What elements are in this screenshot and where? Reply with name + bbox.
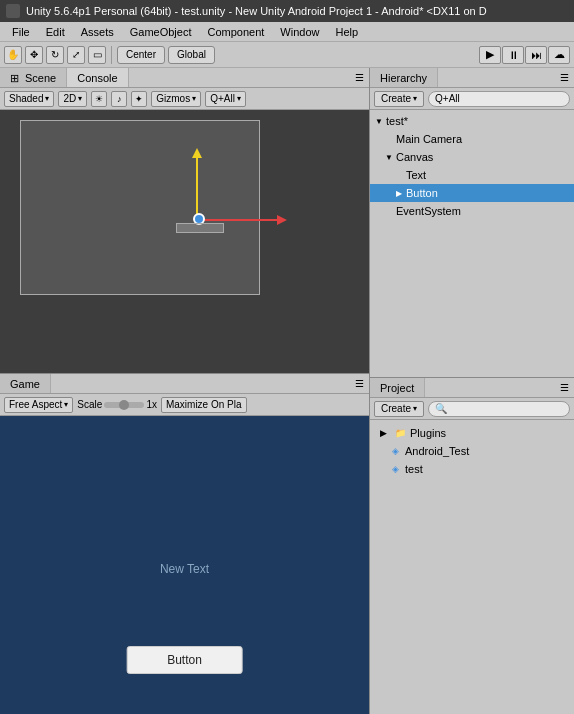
game-toolbar: Free Aspect Scale 1x Maximize On Pla xyxy=(0,394,369,416)
scene-panel: ⊞ Scene Console ☰ Shaded 2D ☀ ♪ ✦ xyxy=(0,68,369,374)
hierarchy-tab-bar: Hierarchy ☰ xyxy=(370,68,574,88)
rect-tool-button[interactable]: ▭ xyxy=(88,46,106,64)
main-camera-label: Main Camera xyxy=(396,133,462,145)
hierarchy-search[interactable]: Q+All xyxy=(428,91,570,107)
menu-component[interactable]: Component xyxy=(199,24,272,40)
test-label: test* xyxy=(386,115,408,127)
aspect-dropdown[interactable]: Free Aspect xyxy=(4,397,73,413)
gizmos-dropdown[interactable]: Gizmos xyxy=(151,91,201,107)
scale-area: Scale 1x xyxy=(77,399,157,410)
project-panel-menu[interactable]: ☰ xyxy=(555,378,574,397)
main-camera-arrow xyxy=(384,134,394,144)
test-scene-label: test xyxy=(405,463,423,475)
scene-canvas xyxy=(20,120,260,295)
game-new-text: New Text xyxy=(160,562,209,576)
maximize-button[interactable]: Maximize On Pla xyxy=(161,397,247,413)
project-item-android-test[interactable]: ◈ Android_Test xyxy=(372,442,572,460)
game-button[interactable]: Button xyxy=(126,646,243,674)
console-tab[interactable]: Console xyxy=(67,68,128,87)
menu-help[interactable]: Help xyxy=(327,24,366,40)
scene-tab-bar: ⊞ Scene Console ☰ xyxy=(0,68,369,88)
global-toggle-button[interactable]: Global xyxy=(168,46,215,64)
project-tab[interactable]: Project xyxy=(370,378,425,397)
cloud-button[interactable]: ☁ xyxy=(548,46,570,64)
game-button-label: Button xyxy=(167,653,202,667)
fx-button[interactable]: ✦ xyxy=(131,91,147,107)
gizmos-label: Gizmos xyxy=(156,93,190,104)
center-toggle-button[interactable]: Center xyxy=(117,46,165,64)
right-panel: Hierarchy ☰ Create Q+All ▼ test* xyxy=(370,68,574,714)
plugins-arrow-icon: ▶ xyxy=(376,426,390,440)
game-panel-menu[interactable]: ☰ xyxy=(350,374,369,393)
scene-tab-icon: ⊞ xyxy=(10,72,22,84)
menu-edit[interactable]: Edit xyxy=(38,24,73,40)
menu-gameobject[interactable]: GameObject xyxy=(122,24,200,40)
search-box[interactable]: Q+All xyxy=(205,91,246,107)
game-tab-bar: Game ☰ xyxy=(0,374,369,394)
lighting-button[interactable]: ☀ xyxy=(91,91,107,107)
title-bar: Unity 5.6.4p1 Personal (64bit) - test.un… xyxy=(0,0,574,22)
game-tab[interactable]: Game xyxy=(0,374,51,393)
game-tab-label: Game xyxy=(10,378,40,390)
project-create-label: Create xyxy=(381,403,411,414)
menu-window[interactable]: Window xyxy=(272,24,327,40)
hierarchy-panel: Hierarchy ☰ Create Q+All ▼ test* xyxy=(370,68,574,378)
menu-file[interactable]: File xyxy=(4,24,38,40)
project-search[interactable]: 🔍 xyxy=(428,401,570,417)
qall-label: Q+All xyxy=(210,93,235,104)
unity-icon xyxy=(6,4,20,18)
search-icon: 🔍 xyxy=(435,403,447,414)
hierarchy-toolbar: Create Q+All xyxy=(370,88,574,110)
hierarchy-create-button[interactable]: Create xyxy=(374,91,424,107)
scene-panel-menu[interactable]: ☰ xyxy=(350,68,369,87)
shaded-dropdown[interactable]: Shaded xyxy=(4,91,54,107)
hierarchy-item-event-system[interactable]: EventSystem xyxy=(370,202,574,220)
event-system-label: EventSystem xyxy=(396,205,461,217)
hierarchy-panel-menu[interactable]: ☰ xyxy=(555,68,574,87)
hierarchy-tab-label: Hierarchy xyxy=(380,72,427,84)
hierarchy-tab[interactable]: Hierarchy xyxy=(370,68,438,87)
scale-slider[interactable] xyxy=(104,402,144,408)
rotate-tool-button[interactable]: ↻ xyxy=(46,46,64,64)
plugins-folder-icon: 📁 xyxy=(393,426,407,440)
hierarchy-search-placeholder: Q+All xyxy=(435,93,460,104)
scale-tool-button[interactable]: ⤢ xyxy=(67,46,85,64)
test-arrow: ▼ xyxy=(374,116,384,126)
project-panel: Project ☰ Create 🔍 ▶ 📁 Plugins xyxy=(370,378,574,714)
play-controls: ▶ ⏸ ⏭ ☁ xyxy=(479,46,570,64)
audio-button[interactable]: ♪ xyxy=(111,91,127,107)
button-arrow: ▶ xyxy=(394,188,404,198)
hierarchy-item-test[interactable]: ▼ test* xyxy=(370,112,574,130)
pause-button[interactable]: ⏸ xyxy=(502,46,524,64)
hierarchy-item-button[interactable]: ▶ Button xyxy=(370,184,574,202)
hierarchy-create-label: Create xyxy=(381,93,411,104)
menu-bar: File Edit Assets GameObject Component Wi… xyxy=(0,22,574,42)
twod-label: 2D xyxy=(63,93,76,104)
project-item-plugins[interactable]: ▶ 📁 Plugins xyxy=(372,424,572,442)
move-tool-button[interactable]: ✥ xyxy=(25,46,43,64)
hand-tool-button[interactable]: ✋ xyxy=(4,46,22,64)
shaded-label: Shaded xyxy=(9,93,43,104)
button-label: Button xyxy=(406,187,438,199)
project-create-button[interactable]: Create xyxy=(374,401,424,417)
scene-tab[interactable]: ⊞ Scene xyxy=(0,68,67,87)
scene-toolbar: Shaded 2D ☀ ♪ ✦ Gizmos Q+All xyxy=(0,88,369,110)
text-label: Text xyxy=(406,169,426,181)
game-view: New Text Button xyxy=(0,416,369,714)
project-content: ▶ 📁 Plugins ◈ Android_Test ◈ test xyxy=(370,420,574,714)
menu-assets[interactable]: Assets xyxy=(73,24,122,40)
project-item-test[interactable]: ◈ test xyxy=(372,460,572,478)
hierarchy-item-text[interactable]: Text xyxy=(370,166,574,184)
android-test-label: Android_Test xyxy=(405,445,469,457)
canvas-label: Canvas xyxy=(396,151,433,163)
play-button[interactable]: ▶ xyxy=(479,46,501,64)
hierarchy-item-canvas[interactable]: ▼ Canvas xyxy=(370,148,574,166)
scene-view[interactable] xyxy=(0,110,369,373)
title-text: Unity 5.6.4p1 Personal (64bit) - test.un… xyxy=(26,5,487,17)
step-button[interactable]: ⏭ xyxy=(525,46,547,64)
project-tab-label: Project xyxy=(380,382,414,394)
twod-button[interactable]: 2D xyxy=(58,91,87,107)
test-scene-icon: ◈ xyxy=(388,462,402,476)
hierarchy-item-main-camera[interactable]: Main Camera xyxy=(370,130,574,148)
console-tab-label: Console xyxy=(77,72,117,84)
